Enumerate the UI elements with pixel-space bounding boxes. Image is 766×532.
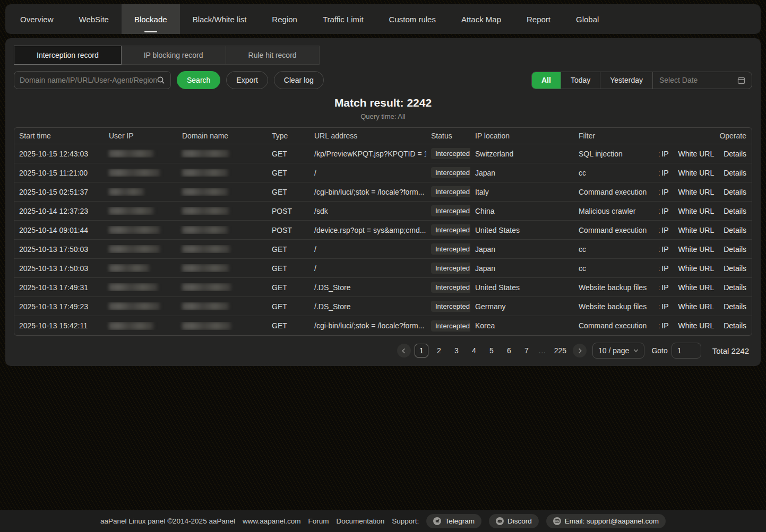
cell-status: Intercepted <box>426 224 470 236</box>
page-ellipsis[interactable]: ... <box>537 347 548 355</box>
col-header-status: Status <box>426 132 470 140</box>
action-details[interactable]: Details <box>724 226 746 234</box>
table-row: 2025-10-13 17:49:31GET/.DS_StoreIntercep… <box>14 278 752 297</box>
action-block-ip[interactable]: Block IP <box>659 188 669 196</box>
action-white-url[interactable]: White URL <box>678 283 715 292</box>
search-input[interactable] <box>20 76 157 84</box>
search-icon[interactable] <box>157 76 165 84</box>
table-row: 2025-10-13 17:50:03GET/InterceptedJapanc… <box>14 259 752 278</box>
action-block-ip[interactable]: Block IP <box>659 264 669 273</box>
cell-start-time: 2025-10-13 17:50:03 <box>14 264 104 273</box>
col-header-url-address: URL address <box>309 132 426 140</box>
page-225[interactable]: 225 <box>552 344 569 357</box>
page-6[interactable]: 6 <box>502 344 516 357</box>
action-white-url[interactable]: White URL <box>678 264 715 273</box>
nav-item-report[interactable]: Report <box>514 4 563 34</box>
redacted-domain <box>182 302 229 310</box>
action-details[interactable]: Details <box>724 302 746 311</box>
tab-ip-blocking-record[interactable]: IP blocking record <box>122 46 226 65</box>
cell-status: Intercepted <box>426 301 470 312</box>
support-button-discord[interactable]: Discord <box>489 514 539 528</box>
action-white-url[interactable]: White URL <box>678 207 715 215</box>
action-block-ip[interactable]: Block IP <box>659 245 669 254</box>
cell-operate: Block IPWhite URLDetails <box>659 321 752 330</box>
site-link[interactable]: www.aapanel.com <box>243 517 301 525</box>
action-block-ip[interactable]: Block IP <box>659 283 669 292</box>
action-white-url[interactable]: White URL <box>678 245 715 254</box>
cell-start-time: 2025-10-14 12:37:23 <box>14 207 104 215</box>
action-details[interactable]: Details <box>724 283 746 292</box>
support-button-telegram[interactable]: Telegram <box>426 514 481 528</box>
nav-item-traffic-limit[interactable]: Traffic Limit <box>310 4 376 34</box>
date-option-today[interactable]: Today <box>561 72 600 89</box>
table-row: 2025-10-14 12:37:23POST/sdkInterceptedCh… <box>14 202 752 221</box>
action-block-ip[interactable]: Block IP <box>659 321 669 330</box>
action-block-ip[interactable]: Block IP <box>659 207 669 215</box>
page-5[interactable]: 5 <box>485 344 498 357</box>
cell-type: GET <box>267 169 309 177</box>
page-4[interactable]: 4 <box>467 344 481 357</box>
action-white-url[interactable]: White URL <box>678 321 715 330</box>
page-2[interactable]: 2 <box>432 344 446 357</box>
action-details[interactable]: Details <box>724 150 746 158</box>
action-block-ip[interactable]: Block IP <box>659 150 669 158</box>
action-white-url[interactable]: White URL <box>678 302 715 311</box>
action-white-url[interactable]: White URL <box>678 169 715 177</box>
prev-page-button[interactable] <box>397 344 411 357</box>
cell-type: GET <box>267 264 309 273</box>
nav-item-custom-rules[interactable]: Custom rules <box>376 4 449 34</box>
nav-item-region[interactable]: Region <box>259 4 310 34</box>
nav-item-black-white-list[interactable]: Black/White list <box>180 4 260 34</box>
action-details[interactable]: Details <box>724 264 746 273</box>
date-option-all[interactable]: All <box>532 72 561 89</box>
chevron-down-icon <box>633 348 639 353</box>
action-block-ip[interactable]: Block IP <box>659 169 669 177</box>
cell-start-time: 2025-10-15 02:51:37 <box>14 188 104 196</box>
redacted-user-ip <box>109 188 144 196</box>
nav-item-overview[interactable]: Overview <box>7 4 66 34</box>
tab-interception-record[interactable]: Interception record <box>14 46 122 65</box>
cell-filter: Malicious crawler <box>574 207 659 215</box>
action-white-url[interactable]: White URL <box>678 226 715 234</box>
clear-log-button[interactable]: Clear log <box>274 71 324 89</box>
nav-item-blockade[interactable]: Blockade <box>122 4 180 34</box>
cell-start-time: 2025-10-14 09:01:44 <box>14 226 104 234</box>
export-button[interactable]: Export <box>226 71 268 89</box>
page-1[interactable]: 1 <box>415 344 428 357</box>
search-button[interactable]: Search <box>177 71 220 89</box>
goto-page-input[interactable] <box>672 343 701 359</box>
nav-item-website[interactable]: WebSite <box>66 4 122 34</box>
tab-rule-hit-record[interactable]: Rule hit record <box>226 46 320 65</box>
table-row: 2025-10-15 11:21:00GET/InterceptedJapanc… <box>14 163 752 182</box>
cell-ip-location: United States <box>470 226 574 234</box>
table-row: 2025-10-15 12:43:03GET/kp/PreviewKPQT.js… <box>14 144 752 163</box>
next-page-button[interactable] <box>573 344 587 357</box>
nav-item-global[interactable]: Global <box>563 4 612 34</box>
action-details[interactable]: Details <box>724 245 746 254</box>
action-block-ip[interactable]: Block IP <box>659 226 669 234</box>
page-7[interactable]: 7 <box>520 344 533 357</box>
page-3[interactable]: 3 <box>450 344 463 357</box>
cell-domain-name <box>177 188 267 196</box>
date-option-yesterday[interactable]: Yesterday <box>600 72 653 89</box>
action-details[interactable]: Details <box>724 188 746 196</box>
support-button-email[interactable]: Email: support@aapanel.com <box>546 514 666 528</box>
match-result-text: Match result: 2242 <box>14 97 752 109</box>
nav-item-attack-map[interactable]: Attack Map <box>449 4 514 34</box>
page-size-select[interactable]: 10 / page <box>592 343 644 359</box>
search-box[interactable] <box>14 71 171 89</box>
cell-domain-name <box>177 302 267 310</box>
action-details[interactable]: Details <box>724 169 746 177</box>
select-date-field[interactable]: Select Date <box>653 72 752 89</box>
status-badge: Intercepted <box>431 282 470 293</box>
footer-link-forum[interactable]: Forum <box>308 517 329 525</box>
action-details[interactable]: Details <box>724 207 746 215</box>
action-block-ip[interactable]: Block IP <box>659 302 669 311</box>
action-white-url[interactable]: White URL <box>678 188 715 196</box>
cell-user-ip <box>104 226 177 234</box>
action-white-url[interactable]: White URL <box>678 150 715 158</box>
footer-link-documentation[interactable]: Documentation <box>337 517 385 525</box>
calendar-icon[interactable] <box>737 76 745 84</box>
support-button-label: Telegram <box>445 517 475 525</box>
action-details[interactable]: Details <box>724 321 746 330</box>
